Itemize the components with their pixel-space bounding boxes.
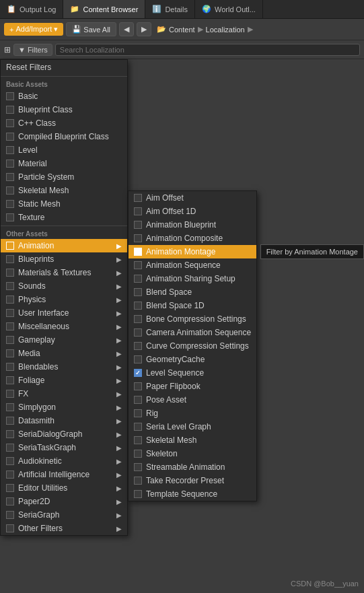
chevron-paper2d: ▶ [116, 498, 122, 505]
checkbox-blend-space-1d [134, 302, 142, 310]
tab-content-browser[interactable]: 📁 Content Browser [63, 0, 145, 18]
checkbox-material [6, 160, 14, 168]
sub-item-level-sequence[interactable]: ✓ Level Sequence [129, 366, 256, 380]
checkbox-seria-graph [6, 511, 14, 519]
sub-item-skeleton[interactable]: Skeleton [129, 447, 256, 460]
checkbox-audiokinetic [6, 457, 14, 465]
checkbox-aim-offset-1d [134, 207, 142, 215]
other-item-blendables[interactable]: Blendables ▶ [1, 360, 127, 374]
chevron-seria-graph: ▶ [116, 512, 122, 519]
sub-item-curve-compression[interactable]: Curve Compression Settings [129, 339, 256, 353]
other-item-user-interface[interactable]: User Interface ▶ [1, 306, 127, 320]
other-item-miscellaneous[interactable]: Miscellaneous ▶ [1, 320, 127, 333]
other-item-datasmith[interactable]: Datasmith ▶ [1, 414, 127, 427]
other-item-blueprints[interactable]: Blueprints ▶ [1, 252, 127, 266]
sub-item-paper-flipbook[interactable]: Paper Flipbook [129, 380, 256, 393]
sub-item-take-recorder-preset[interactable]: Take Recorder Preset [129, 474, 256, 487]
sub-item-blend-space-1d[interactable]: Blend Space 1D [129, 299, 256, 312]
other-item-sounds[interactable]: Sounds ▶ [1, 279, 127, 293]
chevron-fx: ▶ [116, 390, 122, 398]
checkbox-take-recorder-preset [134, 477, 142, 485]
tab-world-outliner[interactable]: 🌍 World Outl... [195, 0, 263, 18]
basic-item-particle-system[interactable]: Particle System [1, 170, 127, 184]
tooltip: Filter by Animation Montage [260, 244, 364, 259]
basic-item-cpp-class[interactable]: C++ Class [1, 116, 127, 130]
sub-item-animation-sharing-setup[interactable]: Animation Sharing Setup [129, 272, 256, 285]
divider-2 [1, 225, 127, 226]
sub-item-aim-offset[interactable]: Aim Offset [129, 191, 256, 205]
other-item-fx[interactable]: FX ▶ [1, 387, 127, 400]
other-item-seria-dialog-graph[interactable]: SeriaDialogGraph ▶ [1, 427, 127, 441]
other-item-simplygon[interactable]: Simplygon ▶ [1, 400, 127, 414]
forward-button[interactable]: ▶ [137, 22, 151, 36]
save-all-button[interactable]: 💾 Save All [66, 22, 116, 36]
tab-output-log[interactable]: 📋 Output Log [0, 0, 63, 18]
tab-details[interactable]: ℹ️ Details [145, 0, 195, 18]
other-item-media[interactable]: Media ▶ [1, 347, 127, 360]
checkbox-particle-system [6, 173, 14, 181]
basic-item-static-mesh[interactable]: Static Mesh [1, 197, 127, 211]
sub-item-blend-space[interactable]: Blend Space [129, 285, 256, 299]
other-item-editor-utilities[interactable]: Editor Utilities ▶ [1, 481, 127, 495]
checkbox-skeleton [134, 450, 142, 458]
checkbox-blend-space [134, 288, 142, 296]
sub-item-streamable-animation[interactable]: Streamable Animation [129, 460, 256, 474]
other-item-other-filters[interactable]: Other Filters ▶ [1, 522, 127, 535]
chevron-animation: ▶ [116, 242, 122, 250]
reset-filters-item[interactable]: Reset Filters [1, 60, 127, 75]
other-item-gameplay[interactable]: Gameplay ▶ [1, 333, 127, 347]
other-item-seria-task-graph[interactable]: SeriaTaskGraph ▶ [1, 441, 127, 454]
sub-item-geometry-cache[interactable]: GeometryCache [129, 353, 256, 366]
chevron-miscellaneous: ▶ [116, 323, 122, 330]
sub-item-rig[interactable]: Rig [129, 407, 256, 420]
checkbox-curve-compression [134, 342, 142, 350]
chevron-blendables: ▶ [116, 363, 122, 371]
sub-item-pose-asset[interactable]: Pose Asset [129, 393, 256, 407]
checkbox-animation-sequence [134, 261, 142, 269]
sub-item-skeletal-mesh-sub[interactable]: Skeletal Mesh [129, 433, 256, 447]
sub-item-aim-offset-1d[interactable]: Aim Offset 1D [129, 205, 256, 218]
other-item-artificial-intelligence[interactable]: Artificial Intelligence ▶ [1, 468, 127, 481]
checkbox-paper-flipbook [134, 382, 142, 390]
checkbox-animation-sharing-setup [134, 275, 142, 283]
tab-bar: 📋 Output Log 📁 Content Browser ℹ️ Detail… [0, 0, 364, 19]
basic-item-blueprint-class[interactable]: Blueprint Class [1, 103, 127, 116]
other-item-paper2d[interactable]: Paper2D ▶ [1, 495, 127, 508]
sub-item-bone-compression[interactable]: Bone Compression Settings [129, 312, 256, 326]
checkbox-texture [6, 213, 14, 221]
sub-item-camera-animation-sequence[interactable]: Camera Animation Sequence [129, 326, 256, 339]
sub-item-animation-montage[interactable]: Animation Montage [129, 245, 256, 258]
output-log-icon: 📋 [7, 5, 16, 13]
other-item-seria-graph[interactable]: SeriaGraph ▶ [1, 508, 127, 522]
basic-item-skeletal-mesh[interactable]: Skeletal Mesh [1, 184, 127, 197]
basic-item-level[interactable]: Level [1, 143, 127, 157]
checkbox-datasmith [6, 417, 14, 425]
chevron-seria-dialog: ▶ [116, 431, 122, 438]
basic-item-compiled-blueprint[interactable]: Compiled Blueprint Class [1, 130, 127, 143]
checkbox-pose-asset [134, 396, 142, 404]
filters-button[interactable]: ▼ Filters [13, 44, 52, 56]
basic-item-basic[interactable]: Basic [1, 90, 127, 103]
other-item-physics[interactable]: Physics ▶ [1, 293, 127, 306]
other-item-audiokinetic[interactable]: Audiokinetic ▶ [1, 454, 127, 468]
other-item-materials-textures[interactable]: Materials & Textures ▶ [1, 266, 127, 279]
checkbox-skeletal-mesh-sub [134, 436, 142, 444]
add-import-button[interactable]: + + Add/Import Add/Import ▾ [4, 23, 63, 36]
breadcrumb: 📂 Content ▶ Localization ▶ [157, 25, 253, 34]
checkbox-blendables [6, 363, 14, 371]
basic-item-texture[interactable]: Texture [1, 211, 127, 224]
checkbox-simplygon [6, 403, 14, 411]
sub-item-animation-blueprint[interactable]: Animation Blueprint [129, 218, 256, 232]
search-input[interactable] [55, 44, 360, 56]
search-bar: ⊞ ▼ Filters [0, 40, 364, 59]
basic-assets-header: Basic Assets [1, 78, 127, 90]
other-item-animation[interactable]: Animation ▶ [1, 239, 127, 252]
checkbox-camera-animation [134, 328, 142, 337]
sub-item-template-sequence[interactable]: Template Sequence [129, 487, 256, 501]
basic-item-material[interactable]: Material [1, 157, 127, 170]
sub-item-animation-sequence[interactable]: Animation Sequence [129, 258, 256, 272]
sub-item-seria-level-graph[interactable]: Seria Level Graph [129, 420, 256, 433]
back-button[interactable]: ◀ [119, 22, 134, 36]
sub-item-animation-composite[interactable]: Animation Composite [129, 232, 256, 245]
other-item-foliage[interactable]: Foliage ▶ [1, 374, 127, 387]
